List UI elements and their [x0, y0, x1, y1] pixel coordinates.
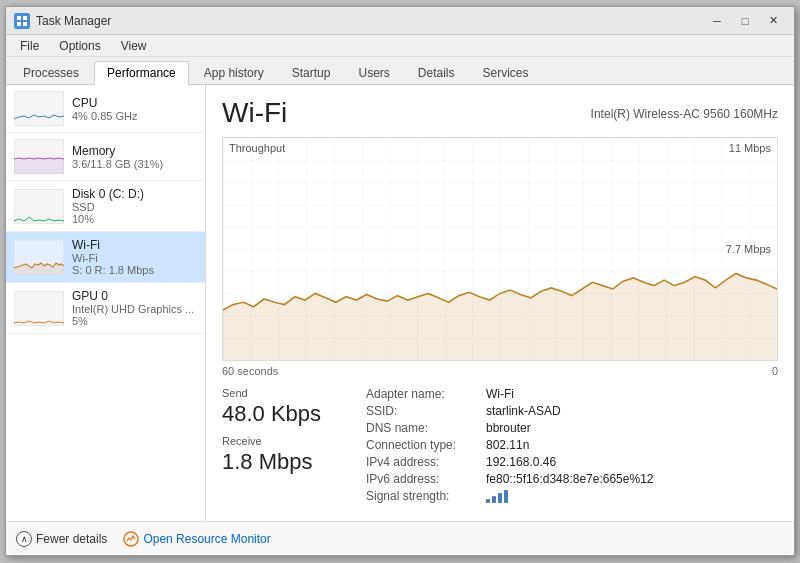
- stats-section: Send 48.0 Kbps Receive 1.8 Mbps Adapter …: [222, 387, 778, 509]
- main-panel: Wi-Fi Intel(R) Wireless-AC 9560 160MHz T…: [206, 85, 794, 521]
- cpu-mini-chart: [14, 91, 64, 126]
- svg-rect-10: [14, 291, 64, 326]
- wifi-sub2: S: 0 R: 1.8 Mbps: [72, 264, 197, 276]
- ipv4-value: 192.168.0.46: [486, 455, 556, 469]
- window-title: Task Manager: [36, 14, 111, 28]
- sidebar: CPU 4% 0.85 GHz Memory 3.6/11.8 GB (31%): [6, 85, 206, 521]
- svg-rect-1: [23, 16, 27, 20]
- connection-type-value: 802.11n: [486, 438, 529, 452]
- memory-name: Memory: [72, 144, 197, 158]
- wifi-info: Wi-Fi Wi-Fi S: 0 R: 1.8 Mbps: [72, 238, 197, 276]
- memory-info: Memory 3.6/11.8 GB (31%): [72, 144, 197, 170]
- dns-label: DNS name:: [366, 421, 486, 435]
- ipv6-value: fe80::5f16:d348:8e7e:665e%12: [486, 472, 653, 486]
- task-manager-window: Task Manager ─ □ ✕ File Options View Pro…: [5, 6, 795, 556]
- app-icon: [14, 13, 30, 29]
- dns-value: bbrouter: [486, 421, 531, 435]
- cpu-info: CPU 4% 0.85 GHz: [72, 96, 197, 122]
- ssid-value: starlink-ASAD: [486, 404, 561, 418]
- throughput-chart: Throughput 11 Mbps 7.7 Mbps: [222, 137, 778, 361]
- info-row-ipv6: IPv6 address: fe80::5f16:d348:8e7e:665e%…: [366, 472, 778, 486]
- tab-startup[interactable]: Startup: [279, 61, 344, 84]
- resource-monitor-icon: [123, 531, 139, 547]
- memory-mini-chart: [14, 139, 64, 174]
- disk-sub1: SSD: [72, 201, 197, 213]
- main-title: Wi-Fi: [222, 97, 287, 129]
- signal-label: Signal strength:: [366, 489, 486, 506]
- wifi-name: Wi-Fi: [72, 238, 197, 252]
- receive-label: Receive: [222, 435, 342, 447]
- info-row-ipv4: IPv4 address: 192.168.0.46: [366, 455, 778, 469]
- svg-rect-7: [14, 189, 64, 224]
- gpu-sub1: Intel(R) UHD Graphics ...: [72, 303, 197, 315]
- svg-marker-6: [14, 158, 64, 174]
- close-button[interactable]: ✕: [760, 12, 786, 30]
- info-row-dns: DNS name: bbrouter: [366, 421, 778, 435]
- gpu-sub2: 5%: [72, 315, 197, 327]
- sidebar-item-disk[interactable]: Disk 0 (C: D:) SSD 10%: [6, 181, 205, 232]
- fewer-details-button[interactable]: ∧ Fewer details: [16, 531, 107, 547]
- wifi-sub1: Wi-Fi: [72, 252, 197, 264]
- tab-services[interactable]: Services: [470, 61, 542, 84]
- info-row-signal: Signal strength:: [366, 489, 778, 506]
- chart-svg: [223, 138, 777, 360]
- menu-file[interactable]: File: [12, 37, 47, 55]
- disk-name: Disk 0 (C: D:): [72, 187, 197, 201]
- adapter-name-value: Wi-Fi: [486, 387, 514, 401]
- tab-users[interactable]: Users: [345, 61, 402, 84]
- chevron-up-icon: ∧: [16, 531, 32, 547]
- tab-details[interactable]: Details: [405, 61, 468, 84]
- signal-bar-3: [498, 493, 502, 503]
- sidebar-item-gpu[interactable]: GPU 0 Intel(R) UHD Graphics ... 5%: [6, 283, 205, 334]
- main-adapter: Intel(R) Wireless-AC 9560 160MHz: [591, 97, 778, 121]
- svg-rect-2: [17, 22, 21, 26]
- sidebar-item-cpu[interactable]: CPU 4% 0.85 GHz: [6, 85, 205, 133]
- chart-zero-label: 0: [772, 365, 778, 377]
- info-row-ssid: SSID: starlink-ASAD: [366, 404, 778, 418]
- send-label: Send: [222, 387, 342, 399]
- info-row-adapter: Adapter name: Wi-Fi: [366, 387, 778, 401]
- receive-value: 1.8 Mbps: [222, 449, 342, 475]
- cpu-name: CPU: [72, 96, 197, 110]
- receive-block: Receive 1.8 Mbps: [222, 435, 342, 475]
- svg-rect-0: [17, 16, 21, 20]
- gpu-name: GPU 0: [72, 289, 197, 303]
- signal-bar-2: [492, 496, 496, 503]
- chart-throughput-label: Throughput: [229, 142, 285, 154]
- tab-processes[interactable]: Processes: [10, 61, 92, 84]
- title-bar-left: Task Manager: [14, 13, 111, 29]
- tab-app-history[interactable]: App history: [191, 61, 277, 84]
- ssid-label: SSID:: [366, 404, 486, 418]
- minimize-button[interactable]: ─: [704, 12, 730, 30]
- open-resource-monitor-label: Open Resource Monitor: [143, 532, 270, 546]
- info-row-connection-type: Connection type: 802.11n: [366, 438, 778, 452]
- memory-sub: 3.6/11.8 GB (31%): [72, 158, 197, 170]
- connection-type-label: Connection type:: [366, 438, 486, 452]
- menu-options[interactable]: Options: [51, 37, 108, 55]
- sidebar-item-wifi[interactable]: Wi-Fi Wi-Fi S: 0 R: 1.8 Mbps: [6, 232, 205, 283]
- disk-mini-chart: [14, 189, 64, 224]
- chart-footer: 60 seconds 0: [222, 365, 778, 377]
- gpu-mini-chart: [14, 291, 64, 326]
- open-resource-monitor-link[interactable]: Open Resource Monitor: [123, 531, 270, 547]
- disk-sub2: 10%: [72, 213, 197, 225]
- cpu-sub: 4% 0.85 GHz: [72, 110, 197, 122]
- tab-performance[interactable]: Performance: [94, 61, 189, 85]
- send-value: 48.0 Kbps: [222, 401, 342, 427]
- menu-bar: File Options View: [6, 35, 794, 57]
- tab-bar: Processes Performance App history Startu…: [6, 57, 794, 85]
- signal-bar-1: [486, 499, 490, 503]
- title-bar: Task Manager ─ □ ✕: [6, 7, 794, 35]
- info-table: Adapter name: Wi-Fi SSID: starlink-ASAD …: [366, 387, 778, 509]
- maximize-button[interactable]: □: [732, 12, 758, 30]
- adapter-name-label: Adapter name:: [366, 387, 486, 401]
- ipv6-label: IPv6 address:: [366, 472, 486, 486]
- disk-info: Disk 0 (C: D:) SSD 10%: [72, 187, 197, 225]
- chart-max-label: 11 Mbps: [729, 142, 771, 154]
- send-block: Send 48.0 Kbps: [222, 387, 342, 427]
- chart-time-label: 60 seconds: [222, 365, 278, 377]
- menu-view[interactable]: View: [113, 37, 155, 55]
- sidebar-item-memory[interactable]: Memory 3.6/11.8 GB (31%): [6, 133, 205, 181]
- title-controls: ─ □ ✕: [704, 12, 786, 30]
- main-header: Wi-Fi Intel(R) Wireless-AC 9560 160MHz: [222, 97, 778, 129]
